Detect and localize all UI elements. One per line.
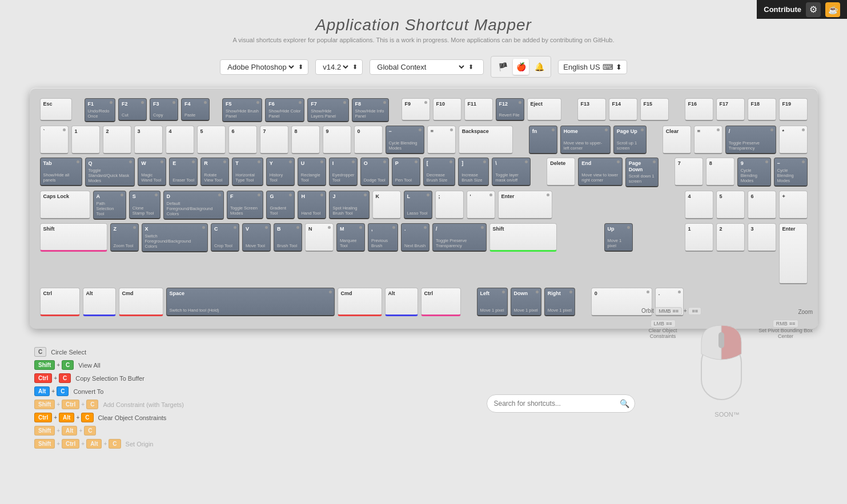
key-f[interactable]: F Toggle Screen Modes bbox=[227, 191, 263, 219]
key-backtick[interactable]: ` bbox=[40, 126, 69, 154]
os-windows-btn[interactable]: 🏴 bbox=[495, 59, 511, 75]
key-f18[interactable]: F18 bbox=[748, 98, 776, 121]
key-backspace[interactable]: Backspace bbox=[459, 126, 513, 154]
key-numpad-2[interactable]: 2 bbox=[716, 223, 745, 252]
key-up[interactable]: Up Move 1 pixel bbox=[604, 223, 633, 252]
key-u[interactable]: U Rectangle Tool bbox=[298, 158, 326, 186]
key-numpad-4[interactable]: 4 bbox=[685, 191, 713, 219]
key-lbracket[interactable]: [ Decrease Brush Size bbox=[423, 158, 455, 186]
language-selector[interactable]: English US ⌨ ⬍ bbox=[558, 60, 627, 74]
key-alt-left[interactable]: Alt bbox=[83, 288, 116, 316]
key-4[interactable]: 4 bbox=[166, 126, 194, 154]
key-h[interactable]: H Hand Tool bbox=[298, 191, 326, 219]
github-icon[interactable]: ⚙ bbox=[806, 2, 821, 17]
key-numpad-enter[interactable]: Enter bbox=[779, 223, 808, 284]
key-slash[interactable]: / Toggle Preserve Transparency bbox=[432, 223, 486, 252]
key-eject[interactable]: Eject bbox=[527, 98, 561, 121]
search-input[interactable] bbox=[487, 394, 635, 413]
key-r[interactable]: R Rotate View Tool bbox=[200, 158, 229, 186]
key-numpad-6[interactable]: 6 bbox=[748, 191, 776, 219]
key-capslock[interactable]: Caps Lock bbox=[40, 191, 90, 219]
key-fn[interactable]: fn bbox=[529, 126, 557, 154]
key-j[interactable]: J Spot Healing Brush Tool bbox=[329, 191, 369, 219]
key-tab[interactable]: Tab Show/Hide all panels bbox=[40, 158, 82, 186]
key-pageup[interactable]: Page Up Scroll up 1 screen bbox=[613, 126, 647, 154]
key-k[interactable]: K bbox=[372, 191, 401, 219]
key-semicolon[interactable]: ; bbox=[435, 191, 464, 219]
key-l[interactable]: L Lasso Tool bbox=[404, 191, 432, 219]
key-f17[interactable]: F17 bbox=[716, 98, 745, 121]
key-minus[interactable]: − Cycle Blending Modes bbox=[386, 126, 424, 154]
key-esc[interactable]: Esc bbox=[40, 98, 72, 121]
key-backslash[interactable]: \ Toggle layer mask on/off bbox=[492, 158, 531, 186]
key-shift-left[interactable]: Shift bbox=[40, 223, 107, 252]
key-d[interactable]: D Default Foreground/Background Colors bbox=[163, 191, 224, 220]
key-i[interactable]: I Eyedropper Tool bbox=[329, 158, 358, 186]
key-pagedown[interactable]: Page Down Scroll down 1 screen bbox=[625, 158, 659, 188]
key-ctrl-right[interactable]: Ctrl bbox=[421, 288, 461, 316]
key-5[interactable]: 5 bbox=[197, 126, 226, 154]
key-7[interactable]: 7 bbox=[260, 126, 288, 154]
key-ctrl-left[interactable]: Ctrl bbox=[40, 288, 80, 316]
key-n[interactable]: N bbox=[305, 223, 334, 252]
key-t[interactable]: T Horizontal Type Tool bbox=[232, 158, 263, 186]
key-numpad-9[interactable]: 9 Cycle Blending Modes bbox=[737, 158, 771, 187]
key-numpad-1[interactable]: 1 bbox=[685, 223, 713, 252]
contribute-label[interactable]: Contribute bbox=[764, 5, 801, 14]
key-v[interactable]: V Move Tool bbox=[242, 223, 271, 252]
key-w[interactable]: W Magic Wand Tool bbox=[138, 158, 166, 186]
app-select[interactable]: Adobe Photoshop bbox=[225, 62, 296, 72]
key-rbracket[interactable]: ] Increase Brush Size bbox=[458, 158, 489, 186]
app-select-wrap[interactable]: Adobe Photoshop ⬍ bbox=[220, 59, 308, 75]
key-f6[interactable]: F6 Show/Hide Color Panel bbox=[265, 98, 304, 122]
key-6[interactable]: 6 bbox=[228, 126, 257, 154]
key-f1[interactable]: F1 Undo/Redo Once bbox=[85, 98, 116, 122]
key-a[interactable]: A Path Selection Tool bbox=[93, 191, 126, 220]
key-f7[interactable]: F7 Show/Hide Layers Panel bbox=[307, 98, 348, 122]
key-z[interactable]: Z Zoom Tool bbox=[110, 223, 139, 252]
key-enter[interactable]: Enter bbox=[498, 191, 552, 219]
context-select-wrap[interactable]: Global Context ⬍ bbox=[370, 59, 484, 75]
key-q[interactable]: Q Toggle Standard/Quick Mask Modes bbox=[85, 158, 135, 187]
key-1[interactable]: 1 bbox=[71, 126, 100, 154]
key-8[interactable]: 8 bbox=[291, 126, 320, 154]
key-numpad-slash[interactable]: / Toggle Preserve Transparency bbox=[725, 126, 776, 154]
key-2[interactable]: 2 bbox=[103, 126, 131, 154]
key-b[interactable]: B Brush Tool bbox=[274, 223, 302, 252]
key-alt-right[interactable]: Alt bbox=[385, 288, 418, 316]
key-numpad-equals[interactable]: = bbox=[694, 126, 722, 154]
key-shift-right[interactable]: Shift bbox=[489, 223, 557, 252]
key-space[interactable]: Space Switch to Hand tool (Hold) bbox=[166, 288, 335, 316]
os-mac-btn[interactable]: 🍎 bbox=[513, 59, 529, 75]
key-f11[interactable]: F11 bbox=[464, 98, 493, 121]
key-f19[interactable]: F19 bbox=[779, 98, 808, 121]
key-numpad-minus[interactable]: − Cycle Blending Modes bbox=[774, 158, 808, 187]
key-3[interactable]: 3 bbox=[134, 126, 163, 154]
os-linux-btn[interactable]: 🔔 bbox=[531, 59, 547, 75]
key-numpad-3[interactable]: 3 bbox=[748, 223, 776, 252]
key-quote[interactable]: ' bbox=[467, 191, 495, 219]
key-c[interactable]: C Crop Tool bbox=[211, 223, 239, 252]
ko-icon[interactable]: ☕ bbox=[825, 2, 840, 17]
key-period[interactable]: . Next Brush bbox=[401, 223, 429, 252]
key-numpad-plus[interactable]: + bbox=[779, 191, 808, 219]
key-home[interactable]: Home Move view to upper-left corner bbox=[560, 126, 611, 154]
key-g[interactable]: G Gradient Tool bbox=[266, 191, 295, 219]
key-end[interactable]: End Move view to lower right corner bbox=[578, 158, 622, 186]
key-numpad-8[interactable]: 8 bbox=[706, 158, 734, 186]
key-0[interactable]: 0 bbox=[354, 126, 383, 154]
key-numpad-7[interactable]: 7 bbox=[675, 158, 703, 186]
key-right[interactable]: Right Move 1 pixel bbox=[544, 288, 575, 316]
key-equals[interactable]: = bbox=[427, 126, 456, 154]
key-f10[interactable]: F10 bbox=[433, 98, 461, 121]
key-f12[interactable]: F12 Revert File bbox=[496, 98, 524, 121]
key-o[interactable]: O Dodge Tool bbox=[360, 158, 389, 186]
key-f4[interactable]: F4 Paste bbox=[181, 98, 210, 121]
key-m[interactable]: M Marquee Tool bbox=[336, 223, 365, 252]
key-comma[interactable]: , Previous Brush bbox=[368, 223, 398, 252]
key-cmd-right[interactable]: Cmd bbox=[338, 288, 382, 316]
key-f16[interactable]: F16 bbox=[685, 98, 713, 121]
key-delete[interactable]: Delete bbox=[547, 158, 575, 186]
key-down[interactable]: Down Move 1 pixel bbox=[511, 288, 541, 316]
key-9[interactable]: 9 bbox=[323, 126, 351, 154]
